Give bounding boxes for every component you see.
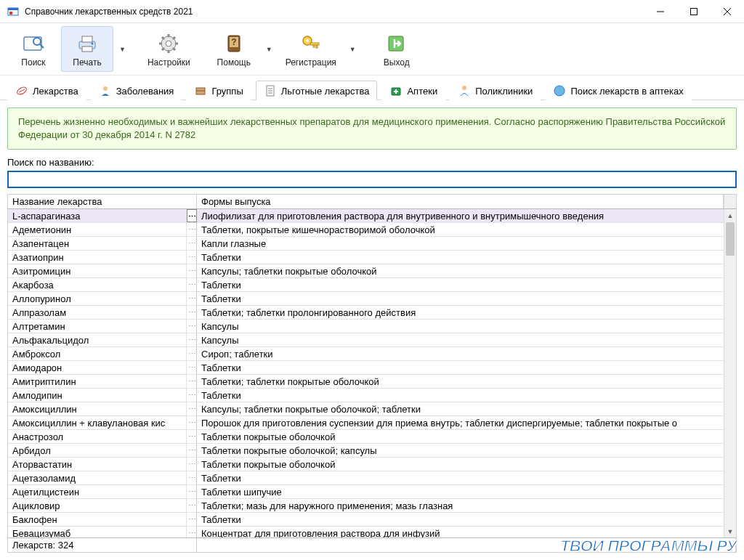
row-details-button[interactable]: ⋯: [187, 485, 197, 498]
row-details-button[interactable]: ⋯: [187, 499, 197, 512]
tab-preferential-medicines[interactable]: Льготные лекарства: [256, 81, 378, 100]
cell-name: Арбидол: [8, 444, 187, 457]
minimize-button[interactable]: [644, 0, 677, 23]
svg-rect-30: [316, 45, 318, 48]
row-details-button[interactable]: ⋯: [187, 209, 197, 222]
column-header-form[interactable]: Формы выпуска: [197, 195, 724, 208]
row-details-button[interactable]: ⋯: [187, 458, 197, 471]
toolbar-label: Печать: [73, 57, 101, 68]
row-details-button[interactable]: ⋯: [187, 389, 197, 402]
row-details-button[interactable]: ⋯: [187, 444, 197, 457]
toolbar-label: Настройки: [147, 57, 190, 68]
row-details-button[interactable]: ⋯: [187, 333, 197, 346]
row-details-button[interactable]: ⋯: [187, 278, 197, 291]
tab-clinics[interactable]: Поликлиники: [450, 81, 541, 100]
tab-diseases[interactable]: Заболевания: [91, 81, 182, 100]
tab-label: Льготные лекарства: [281, 86, 370, 97]
cell-name: Амоксициллин: [8, 402, 187, 415]
table-row[interactable]: Баклофен⋯Таблетки: [8, 513, 736, 527]
toolbar-register-button[interactable]: Регистрация: [278, 26, 344, 72]
cell-name: Адеметионин: [8, 223, 187, 236]
tab-groups[interactable]: Группы: [186, 81, 251, 100]
table-row[interactable]: Амоксициллин⋯Капсулы; таблетки покрытые …: [8, 402, 736, 416]
titlebar: Справочник лекарственных средств 2021: [0, 0, 744, 23]
search-label: Поиск по названию:: [7, 157, 737, 168]
table-row[interactable]: Аторвастатин⋯Таблетки покрытые оболочкой: [8, 458, 736, 471]
toolbar-label: Выход: [384, 57, 410, 68]
toolbar-label: Регистрация: [286, 57, 336, 68]
table-row[interactable]: Азатиоприн⋯Таблетки: [8, 251, 736, 264]
table-row[interactable]: Бевацизумаб⋯Концентрат для приготовления…: [8, 527, 736, 537]
row-details-button[interactable]: ⋯: [187, 237, 197, 250]
cell-form: Таблетки покрытые оболочкой: [197, 430, 736, 443]
table-row[interactable]: Алпразолам⋯Таблетки; таблетки пролонгиро…: [8, 306, 736, 320]
row-details-button[interactable]: ⋯: [187, 471, 197, 484]
help-dropdown-arrow[interactable]: ▼: [262, 26, 277, 72]
svg-rect-11: [82, 36, 92, 42]
table-row[interactable]: Амоксициллин + клавулановая кис⋯Порошок …: [8, 416, 736, 430]
row-details-button[interactable]: ⋯: [187, 320, 197, 333]
row-details-button[interactable]: ⋯: [187, 292, 197, 305]
row-details-button[interactable]: ⋯: [187, 527, 197, 537]
cell-form: Концентрат для приготовления раствора дл…: [197, 527, 736, 537]
grid-footer: Лекарств: 324: [8, 537, 736, 552]
scroll-up-arrow[interactable]: ▲: [724, 209, 736, 222]
toolbar-exit-button[interactable]: Выход: [371, 26, 423, 72]
row-details-button[interactable]: ⋯: [187, 251, 197, 264]
scroll-thumb[interactable]: [726, 222, 735, 256]
table-row[interactable]: Аллопуринол⋯Таблетки: [8, 292, 736, 306]
table-row[interactable]: Акарбоза⋯Таблетки: [8, 278, 736, 292]
row-details-button[interactable]: ⋯: [187, 347, 197, 360]
toolbar-help-button[interactable]: ? Помощь: [208, 26, 260, 72]
search-input[interactable]: [7, 171, 737, 188]
table-row[interactable]: Ацетилцистеин⋯Таблетки шипучие: [8, 485, 736, 499]
cell-name: Ацетазоламид: [8, 471, 187, 484]
window-title: Справочник лекарственных средств 2021: [25, 7, 644, 17]
row-details-button[interactable]: ⋯: [187, 402, 197, 415]
toolbar-search-button[interactable]: Поиск: [7, 26, 60, 72]
tab-medicines[interactable]: Лекарства: [7, 81, 86, 100]
scroll-down-arrow[interactable]: ▼: [724, 525, 736, 537]
table-row[interactable]: L-аспарагиназа⋯Лиофилизат для приготовле…: [8, 209, 736, 223]
svg-rect-4: [691, 8, 698, 15]
table-row[interactable]: Амиодарон⋯Таблетки: [8, 361, 736, 375]
toolbar-settings-button[interactable]: Настройки: [140, 26, 198, 72]
table-row[interactable]: Альфакальцидол⋯Капсулы: [8, 333, 736, 347]
table-row[interactable]: Амлодипин⋯Таблетки: [8, 389, 736, 402]
tab-search-in-pharmacies[interactable]: Поиск лекарств в аптеках: [545, 81, 691, 100]
table-row[interactable]: Арбидол⋯Таблетки покрытые оболочкой; кап…: [8, 444, 736, 458]
row-details-button[interactable]: ⋯: [187, 513, 197, 526]
row-details-button[interactable]: ⋯: [187, 416, 197, 429]
row-details-button[interactable]: ⋯: [187, 430, 197, 443]
table-row[interactable]: Анастрозол⋯Таблетки покрытые оболочкой: [8, 430, 736, 444]
table-row[interactable]: Адеметионин⋯Таблетки, покрытые кишечнора…: [8, 223, 736, 237]
cell-form: Таблетки; таблетки пролонгированного дей…: [197, 306, 736, 319]
row-details-button[interactable]: ⋯: [187, 306, 197, 319]
table-row[interactable]: Ацикловир⋯Таблетки; мазь для наружного п…: [8, 499, 736, 513]
row-details-button[interactable]: ⋯: [187, 375, 197, 388]
svg-point-28: [306, 39, 309, 42]
toolbar-label: Поиск: [21, 57, 45, 68]
row-details-button[interactable]: ⋯: [187, 223, 197, 236]
key-icon: [299, 31, 323, 56]
cell-name: L-аспарагиназа: [8, 209, 187, 222]
cell-name: Бевацизумаб: [8, 527, 187, 537]
table-row[interactable]: Амитриптилин⋯Таблетки; таблетки покрытые…: [8, 375, 736, 389]
vertical-scrollbar[interactable]: ▲ ▼: [724, 209, 736, 537]
row-details-button[interactable]: ⋯: [187, 361, 197, 374]
print-dropdown-arrow[interactable]: ▼: [115, 26, 130, 72]
maximize-button[interactable]: [677, 0, 711, 23]
row-details-button[interactable]: ⋯: [187, 264, 197, 277]
table-row[interactable]: Ацетазоламид⋯Таблетки: [8, 471, 736, 485]
toolbar-print-button[interactable]: Печать: [61, 26, 113, 72]
tab-pharmacies[interactable]: Аптеки: [381, 81, 445, 100]
table-row[interactable]: Амброксол⋯Сироп; таблетки: [8, 347, 736, 361]
cell-name: Анастрозол: [8, 430, 187, 443]
close-button[interactable]: [711, 0, 744, 23]
medkit-icon: [389, 84, 403, 97]
register-dropdown-arrow[interactable]: ▼: [345, 26, 360, 72]
table-row[interactable]: Азитромицин⋯Капсулы; таблетки покрытые о…: [8, 264, 736, 278]
table-row[interactable]: Алтретамин⋯Капсулы: [8, 320, 736, 333]
column-header-name[interactable]: Название лекарства: [8, 195, 197, 208]
table-row[interactable]: Азапентацен⋯Капли глазные: [8, 237, 736, 251]
